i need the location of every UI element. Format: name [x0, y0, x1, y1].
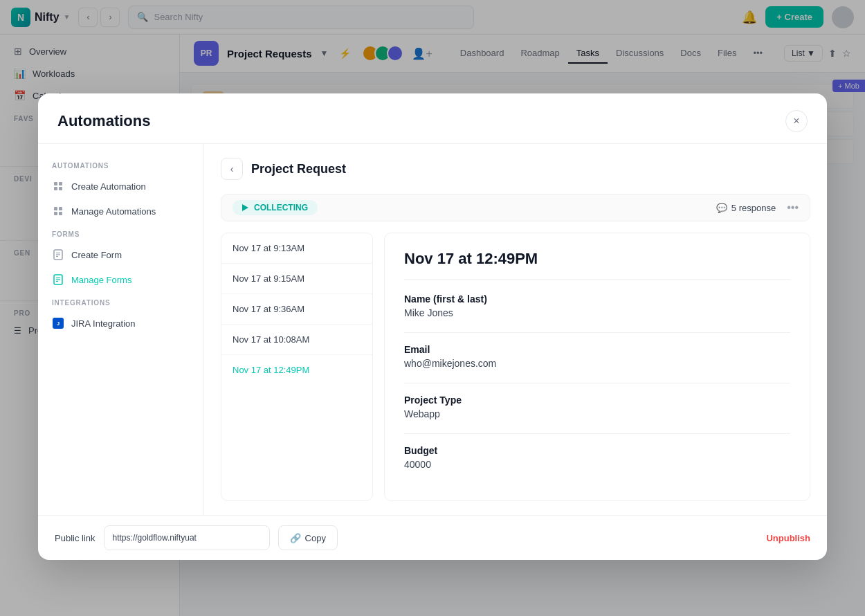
- jira-icon: J: [52, 317, 64, 329]
- submission-item-4[interactable]: Nov 17 at 12:49PM: [221, 355, 372, 385]
- svg-rect-2: [54, 187, 57, 190]
- field-name-label: Name (first & last): [404, 293, 790, 305]
- field-email-value: who@mikejones.com: [404, 358, 790, 369]
- modal-main: ‹ Project Request COLLECTING 💬 5 respons…: [204, 144, 827, 515]
- modal-footer: Public link 🔗 Copy Unpublish: [38, 515, 827, 560]
- back-button[interactable]: ‹: [221, 158, 243, 180]
- field-project-type: Project Type Webapp: [404, 395, 790, 419]
- svg-rect-6: [54, 212, 57, 215]
- create-automation-icon: [52, 180, 64, 192]
- detail-title: Nov 17 at 12:49PM: [404, 250, 790, 280]
- create-form-icon: [52, 248, 64, 261]
- field-budget: Budget 40000: [404, 445, 790, 470]
- collecting-dot: [242, 204, 248, 211]
- svg-rect-1: [59, 182, 62, 185]
- create-automation-label: Create Automation: [71, 181, 146, 191]
- response-count: 💬 5 response: [716, 202, 776, 212]
- modal-header: Automations ×: [38, 93, 827, 144]
- comment-icon: 💬: [716, 202, 727, 212]
- manage-forms-icon: [52, 273, 64, 286]
- form-page-title: Project Request: [251, 161, 346, 176]
- manage-automations-item[interactable]: Manage Automations: [38, 199, 203, 224]
- create-form-label: Create Form: [71, 249, 122, 260]
- field-project-type-value: Webapp: [404, 408, 790, 419]
- svg-rect-3: [59, 187, 62, 190]
- submission-item-0[interactable]: Nov 17 at 9:13AM: [221, 233, 372, 264]
- field-budget-value: 40000: [404, 459, 790, 470]
- automations-section-label: AUTOMATIONS: [38, 155, 203, 174]
- field-email: Email who@mikejones.com: [404, 344, 790, 369]
- public-link-input[interactable]: [104, 525, 270, 550]
- manage-forms-label: Manage Forms: [71, 274, 131, 284]
- status-bar: COLLECTING 💬 5 response •••: [221, 194, 810, 221]
- content-area: Nov 17 at 9:13AM Nov 17 at 9:15AM Nov 17…: [221, 233, 810, 501]
- field-budget-label: Budget: [404, 445, 790, 456]
- submission-item-3[interactable]: Nov 17 at 10:08AM: [221, 325, 372, 355]
- jira-integration-label: JIRA Integration: [71, 318, 136, 328]
- more-options-icon[interactable]: •••: [787, 201, 799, 214]
- svg-rect-4: [54, 207, 57, 210]
- detail-panel: Nov 17 at 12:49PM Name (first & last) Mi…: [384, 233, 810, 501]
- modal-title: Automations: [57, 112, 150, 130]
- svg-rect-5: [59, 207, 62, 210]
- field-project-type-label: Project Type: [404, 395, 790, 406]
- manage-automations-label: Manage Automations: [71, 206, 156, 216]
- link-icon: 🔗: [290, 532, 301, 543]
- modal-sidebar: AUTOMATIONS Create Automation: [38, 144, 204, 515]
- copy-button[interactable]: 🔗 Copy: [278, 525, 338, 550]
- modal-close-button[interactable]: ×: [785, 110, 808, 132]
- forms-section-label: FORMS: [38, 224, 203, 242]
- form-page-header: ‹ Project Request: [221, 158, 810, 180]
- create-form-item[interactable]: Create Form: [38, 242, 203, 267]
- public-link-label: Public link: [55, 532, 95, 543]
- field-name: Name (first & last) Mike Jones: [404, 293, 790, 318]
- collecting-label: COLLECTING: [254, 203, 308, 212]
- response-count-label: 5 response: [731, 202, 776, 212]
- unpublish-button[interactable]: Unpublish: [766, 525, 810, 550]
- integrations-section-label: INTEGRATIONS: [38, 292, 203, 311]
- create-automation-item[interactable]: Create Automation: [38, 174, 203, 199]
- field-email-label: Email: [404, 344, 790, 355]
- manage-automations-icon: [52, 205, 64, 217]
- submissions-list: Nov 17 at 9:13AM Nov 17 at 9:15AM Nov 17…: [221, 233, 373, 501]
- manage-forms-item[interactable]: Manage Forms: [38, 267, 203, 292]
- submission-item-1[interactable]: Nov 17 at 9:15AM: [221, 264, 372, 294]
- field-name-value: Mike Jones: [404, 307, 790, 318]
- jira-integration-item[interactable]: J JIRA Integration: [38, 311, 203, 336]
- copy-label: Copy: [305, 532, 326, 543]
- svg-rect-7: [59, 212, 62, 215]
- svg-rect-0: [54, 182, 57, 185]
- submission-item-2[interactable]: Nov 17 at 9:36AM: [221, 294, 372, 325]
- modal-body: AUTOMATIONS Create Automation: [38, 144, 827, 515]
- automations-modal: Automations × AUTOMATIONS Create Automat…: [38, 93, 827, 560]
- collecting-badge: COLLECTING: [233, 200, 318, 215]
